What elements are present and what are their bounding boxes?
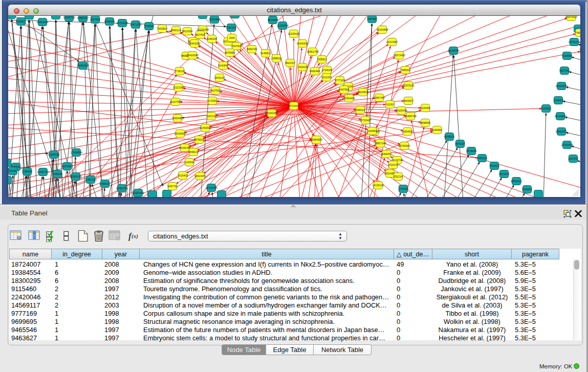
svg-text:12923446: 12923446 [132,191,144,194]
svg-text:13654923: 13654923 [401,130,413,133]
svg-text:1244415: 1244415 [553,99,563,102]
svg-text:12218506: 12218506 [276,24,288,27]
svg-text:25300285: 25300285 [266,112,277,115]
svg-text:9242848: 9242848 [218,64,228,67]
svg-text:1588520: 1588520 [271,57,281,60]
svg-text:1615132: 1615132 [388,163,398,166]
svg-text:9084067: 9084067 [381,152,391,156]
svg-text:20206531: 20206531 [48,153,59,156]
svg-text:19654985: 19654985 [171,117,183,120]
svg-text:(x): (x) [132,233,138,239]
svg-text:9457791: 9457791 [167,185,178,188]
svg-text:8427552: 8427552 [210,89,221,92]
svg-text:19166825: 19166825 [174,132,186,135]
svg-text:12505135: 12505135 [70,175,81,178]
svg-text:4498222: 4498222 [188,150,199,154]
svg-text:8660124: 8660124 [171,29,181,32]
svg-text:62160: 62160 [386,103,394,106]
svg-text:15692971: 15692971 [555,130,567,133]
svg-text:9463627: 9463627 [403,99,413,102]
svg-text:15716485: 15716485 [205,186,217,189]
svg-text:12925719: 12925719 [63,16,75,19]
svg-text:2935114: 2935114 [477,157,487,160]
svg-text:7485063: 7485063 [400,69,410,72]
svg-text:12093873: 12093873 [555,84,567,87]
svg-text:12942757: 12942757 [37,170,49,173]
svg-text:10853267: 10853267 [77,16,89,19]
svg-text:10973493: 10973493 [393,54,405,57]
svg-text:16648784: 16648784 [447,49,459,52]
svg-text:1527602: 1527602 [90,18,100,21]
svg-text:9777169: 9777169 [335,79,345,82]
svg-text:39159: 39159 [9,169,17,172]
svg-text:23420046: 23420046 [186,54,198,57]
svg-text:7632621: 7632621 [489,164,499,167]
svg-text:16210643: 16210643 [554,115,566,118]
svg-text:18724007: 18724007 [288,104,299,107]
svg-text:15720407: 15720407 [359,119,371,122]
svg-text:8912954: 8912954 [182,30,192,33]
svg-text:20691406: 20691406 [36,20,48,24]
svg-text:8813054: 8813054 [268,18,278,21]
svg-text:9227342: 9227342 [559,69,570,72]
svg-text:14136141: 14136141 [372,184,384,187]
svg-text:5405571: 5405571 [16,20,26,23]
svg-text:10807487: 10807487 [373,96,385,99]
svg-text:15751074: 15751074 [568,40,580,43]
svg-text:19756923: 19756923 [398,144,410,147]
svg-text:6879197: 6879197 [455,142,465,145]
svg-text:7623402: 7623402 [178,174,188,177]
svg-text:8471676: 8471676 [499,172,509,176]
svg-text:2487682: 2487682 [367,17,377,20]
svg-text:6966160: 6966160 [104,20,115,23]
svg-text:18807249: 18807249 [374,142,386,145]
svg-text:7663822: 7663822 [157,27,167,30]
svg-text:10973413: 10973413 [565,16,577,18]
svg-text:5875685: 5875685 [225,51,235,54]
svg-text:14914479: 14914479 [194,174,206,178]
svg-text:19384554: 19384554 [310,138,322,141]
svg-text:252214: 252214 [394,175,402,178]
svg-text:7955812: 7955812 [317,58,327,61]
svg-text:9115460: 9115460 [420,106,430,110]
svg-text:1145194: 1145194 [52,172,62,176]
svg-text:26053346: 26053346 [77,64,89,67]
svg-text:16640910: 16640910 [296,42,308,45]
svg-text:12975115: 12975115 [403,84,415,87]
svg-text:5822037: 5822037 [285,61,295,64]
svg-text:16543382: 16543382 [188,42,200,45]
svg-text:17359934: 17359934 [70,151,82,154]
svg-text:16046788: 16046788 [179,146,190,149]
svg-text:1546: 1546 [229,36,235,39]
svg-text:20364436: 20364436 [343,97,355,100]
svg-text:7515526: 7515526 [144,25,154,28]
svg-text:1621022: 1621022 [321,76,332,79]
svg-text:10025438: 10025438 [395,109,407,112]
svg-text:1362615: 1362615 [297,65,308,69]
svg-text:11353594: 11353594 [200,126,211,129]
svg-text:16053809: 16053809 [208,18,220,21]
svg-text:12213967: 12213967 [386,40,398,43]
svg-text:8938923: 8938923 [444,135,454,138]
svg-text:3824554: 3824554 [358,91,368,94]
svg-text:3215955: 3215955 [541,107,551,110]
svg-text:9474444: 9474444 [466,149,476,152]
svg-text:1064954: 1064954 [367,129,377,133]
svg-text:30975857: 30975857 [61,165,73,168]
svg-text:8454749: 8454749 [247,48,257,51]
svg-text:2367608: 2367608 [231,45,242,48]
svg-text:8990448: 8990448 [310,70,320,73]
svg-text:16671355: 16671355 [129,23,141,26]
svg-text:6898695: 6898695 [420,121,430,124]
svg-text:15495798: 15495798 [404,115,416,118]
svg-text:11325419: 11325419 [288,32,300,35]
svg-text:6497568: 6497568 [339,88,349,91]
svg-text:17957223: 17957223 [84,178,96,181]
svg-text:10719155: 10719155 [116,21,128,25]
svg-text:9329966: 9329966 [562,54,572,57]
svg-text:9827505: 9827505 [195,33,205,36]
svg-text:1140934: 1140934 [184,161,194,164]
svg-text:1640954: 1640954 [432,128,442,132]
svg-text:17016504: 17016504 [561,143,573,146]
svg-text:10107553: 10107553 [169,100,181,103]
